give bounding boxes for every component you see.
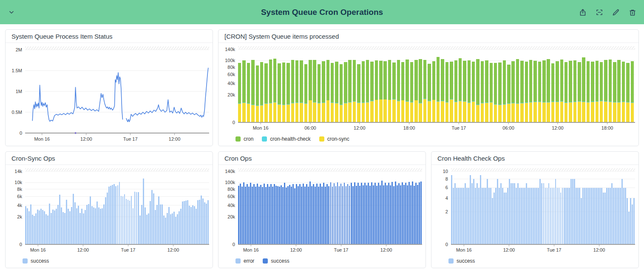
dashboard-grid: System Queue Process Item Status 2M1.5M1… [0, 24, 644, 273]
svg-text:Tue 17: Tue 17 [334, 247, 349, 252]
svg-text:12:00: 12:00 [169, 136, 181, 142]
svg-text:0: 0 [20, 130, 22, 136]
svg-text:1M: 1M [16, 89, 22, 94]
svg-text:0: 0 [445, 242, 448, 247]
legend-item-cron-health-check[interactable]: cron-health-check [262, 136, 310, 142]
panel-title: [CRON] System Queue items processed [218, 30, 638, 43]
legend-swatch [262, 136, 267, 142]
line-chart-process-item-status[interactable]: 2M1.5M1M0.5M0Mon 1612:00Tue 1712:00 [6, 43, 213, 146]
svg-text:12:00: 12:00 [354, 125, 366, 130]
svg-text:140k: 140k [225, 169, 235, 174]
svg-text:12:00: 12:00 [80, 136, 92, 142]
panel-title: Cron-Sync Ops [6, 152, 213, 165]
svg-text:80k: 80k [227, 65, 235, 70]
svg-text:60k: 60k [227, 194, 235, 199]
legend-label: success [457, 258, 475, 264]
svg-text:6k: 6k [17, 194, 22, 199]
legend-item-success[interactable]: success [448, 258, 475, 264]
delete-button[interactable] [628, 8, 637, 17]
svg-text:2M: 2M [16, 47, 22, 52]
panel-cron-ops: Cron Ops 140k100k80k60k40k20k0Mon 1612:0… [218, 151, 426, 268]
panel-cron-sync-ops: Cron-Sync Ops 14k10k8k6k4k2k0Mon 1612:00… [5, 151, 213, 268]
svg-text:8k: 8k [17, 187, 22, 192]
legend-swatch [235, 258, 241, 264]
svg-text:Mon 16: Mon 16 [253, 125, 269, 130]
legend-label: error [244, 258, 254, 264]
svg-text:14k: 14k [14, 169, 22, 174]
svg-text:12:00: 12:00 [593, 247, 605, 252]
bar-chart-items-processed[interactable]: 140k100k80k60k40k20k0Mon 1606:0012:0018:… [218, 43, 638, 134]
chart-legend: success [431, 256, 638, 268]
svg-text:Mon 16: Mon 16 [243, 247, 259, 252]
svg-text:06:00: 06:00 [304, 125, 316, 130]
svg-text:Mon 16: Mon 16 [30, 247, 46, 252]
bar-chart-cron-sync-ops[interactable]: 14k10k8k6k4k2k0Mon 1612:00Tue 1712:00 [6, 165, 213, 256]
legend-label: success [271, 258, 289, 264]
bar-chart-cron-ops[interactable]: 140k100k80k60k40k20k0Mon 1612:00Tue 1712… [218, 165, 426, 256]
svg-text:12:00: 12:00 [380, 247, 392, 252]
header-toolbar [578, 8, 637, 17]
copy-button[interactable] [595, 8, 604, 17]
svg-text:12:00: 12:00 [552, 125, 564, 130]
share-icon [579, 8, 587, 17]
legend-swatch [448, 258, 454, 264]
svg-text:18:00: 18:00 [403, 125, 415, 130]
legend-item-success[interactable]: success [263, 258, 289, 264]
svg-text:40k: 40k [227, 203, 235, 208]
svg-text:80k: 80k [227, 187, 235, 192]
svg-text:8: 8 [445, 176, 448, 181]
edit-button[interactable] [611, 8, 621, 17]
legend-swatch [319, 136, 324, 142]
svg-text:Tue 17: Tue 17 [123, 136, 138, 142]
svg-text:140k: 140k [225, 47, 235, 52]
svg-text:10k: 10k [14, 180, 22, 185]
svg-text:0.5M: 0.5M [12, 110, 22, 115]
svg-text:0: 0 [20, 242, 22, 247]
legend-swatch [235, 136, 241, 142]
panel-title: Cron Health Check Ops [431, 152, 638, 165]
svg-text:100k: 100k [225, 58, 235, 63]
svg-text:0: 0 [233, 242, 235, 247]
dashboard-header: System Queue Cron Operations [0, 0, 644, 24]
svg-text:6: 6 [445, 185, 448, 190]
legend-item-error[interactable]: error [235, 258, 254, 264]
svg-text:20k: 20k [227, 214, 235, 219]
svg-text:18:00: 18:00 [601, 125, 613, 130]
svg-text:4: 4 [445, 196, 448, 201]
svg-text:100k: 100k [225, 180, 235, 185]
chart-legend: success [6, 256, 213, 268]
svg-text:Tue 17: Tue 17 [547, 247, 562, 252]
collapse-chevron-button[interactable] [7, 8, 16, 17]
panel-cron-health-check-ops: Cron Health Check Ops 1086420Mon 1612:00… [431, 151, 639, 268]
svg-text:0: 0 [233, 120, 235, 125]
svg-text:Mon 16: Mon 16 [34, 136, 50, 142]
svg-text:Tue 17: Tue 17 [121, 247, 136, 252]
chevron-down-icon [7, 8, 16, 17]
svg-text:12:00: 12:00 [77, 247, 89, 252]
chart-legend: errorsuccess [218, 256, 426, 268]
legend-item-cron[interactable]: cron [235, 136, 253, 142]
panel-title: Cron Ops [218, 152, 426, 165]
legend-label: cron-sync [327, 136, 349, 142]
copy-icon [595, 8, 604, 17]
bar-chart-cron-health-check-ops[interactable]: 1086420Mon 1612:00Tue 1712:00 [431, 165, 638, 256]
legend-label: success [31, 258, 49, 264]
panel-process-item-status: System Queue Process Item Status 2M1.5M1… [5, 29, 213, 146]
svg-text:10: 10 [443, 169, 448, 174]
svg-text:4k: 4k [17, 203, 22, 208]
svg-text:2k: 2k [17, 214, 22, 219]
dashboard-title: System Queue Cron Operations [0, 8, 644, 17]
trash-icon [628, 8, 637, 17]
svg-text:12:00: 12:00 [167, 247, 179, 252]
legend-item-cron-sync[interactable]: cron-sync [319, 136, 349, 142]
svg-text:12:00: 12:00 [503, 247, 515, 252]
svg-text:1.5M: 1.5M [12, 68, 22, 73]
legend-label: cron [244, 136, 253, 142]
share-button[interactable] [578, 8, 587, 17]
legend-swatch [263, 258, 268, 264]
svg-text:06:00: 06:00 [502, 125, 514, 130]
svg-text:40k: 40k [227, 81, 235, 86]
svg-text:20k: 20k [227, 92, 235, 97]
panel-items-processed: [CRON] System Queue items processed 140k… [218, 29, 639, 146]
legend-item-success[interactable]: success [23, 258, 49, 264]
